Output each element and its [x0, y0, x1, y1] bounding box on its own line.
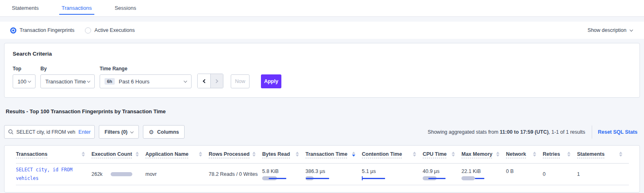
next-time-window-button[interactable]	[210, 74, 223, 88]
sort-icon[interactable]	[252, 152, 256, 157]
search-input[interactable]	[16, 129, 76, 135]
chevron-down-icon	[130, 130, 134, 133]
reset-sql-stats-link[interactable]: Reset SQL Stats	[598, 129, 637, 135]
table-header-row: Transactions Execution Count Application…	[16, 146, 629, 163]
sort-icon[interactable]	[567, 152, 570, 157]
contention-time-bar	[362, 176, 387, 181]
view-mode-radio-group: Transaction Fingerprints Active Executio…	[10, 27, 135, 34]
time-range-field: Time Range 6h Past 6 Hours	[100, 66, 192, 88]
page-tabbar: Statements Transactions Sessions	[0, 0, 644, 17]
column-label: Bytes Read	[262, 151, 290, 157]
sort-icon[interactable]	[496, 152, 499, 157]
search-box[interactable]: Enter	[4, 125, 95, 139]
previous-time-window-button[interactable]	[198, 74, 210, 88]
search-icon	[8, 129, 13, 135]
by-label: By	[40, 66, 95, 72]
top-select[interactable]: 100	[13, 74, 36, 88]
rows-processed-value: 78.2 Reads / 0 Writes	[209, 171, 258, 177]
gear-icon: ⚙	[149, 129, 154, 135]
retries-value: 0	[543, 171, 546, 177]
column-header-contention-time[interactable]: Contention Time	[362, 146, 423, 163]
show-description-toggle[interactable]: Show description	[588, 27, 633, 33]
results-toolbar: Enter Filters (0) ⚙ Columns Showing aggr…	[4, 125, 640, 139]
application-name-value: movr	[145, 171, 157, 177]
sort-icon[interactable]	[619, 152, 622, 157]
bytes-read-bar	[262, 176, 287, 181]
column-label: Application Name	[145, 151, 189, 157]
column-header-retries[interactable]: Retries	[543, 146, 577, 163]
sort-icon[interactable]	[533, 152, 536, 157]
column-label: Transactions	[16, 151, 47, 157]
column-header-max-memory[interactable]: Max Memory	[461, 146, 506, 163]
sort-icon[interactable]	[199, 152, 202, 157]
sort-icon[interactable]	[352, 152, 355, 157]
cpu-time-value: 40.9 µs	[423, 168, 461, 174]
results-table-card: Transactions Execution Count Application…	[4, 145, 640, 193]
max-memory-bar	[461, 176, 487, 181]
column-header-application-name[interactable]: Application Name	[145, 146, 209, 163]
column-label: Contention Time	[362, 151, 402, 157]
view-mode-strip: Transaction Fingerprints Active Executio…	[0, 22, 644, 39]
top-label: Top	[13, 66, 36, 72]
max-memory-value: 22.1 KiB	[461, 168, 506, 174]
sort-icon[interactable]	[82, 152, 85, 157]
sort-icon[interactable]	[452, 152, 455, 157]
chevron-down-icon	[184, 79, 187, 82]
chevron-down-icon	[28, 79, 31, 82]
column-label: Network	[506, 151, 526, 157]
statements-value: 1	[577, 171, 580, 177]
column-header-network[interactable]: Network	[506, 146, 543, 163]
radio-label: Active Executions	[94, 27, 135, 33]
column-header-execution-count[interactable]: Execution Count	[91, 146, 145, 163]
time-range-value: Past 6 Hours	[119, 79, 149, 85]
apply-button[interactable]: Apply	[261, 74, 281, 88]
transactions-table: Transactions Execution Count Application…	[16, 146, 629, 185]
column-label: Max Memory	[461, 151, 492, 157]
by-field: By Transaction Time	[40, 66, 95, 88]
time-window-arrows	[197, 74, 223, 88]
columns-button[interactable]: ⚙ Columns	[143, 125, 185, 139]
search-enter-button[interactable]: Enter	[78, 129, 91, 135]
time-range-badge: 6h	[105, 78, 115, 85]
column-header-rows-processed[interactable]: Rows Processed	[209, 146, 262, 163]
column-header-bytes-read[interactable]: Bytes Read	[262, 146, 305, 163]
radio-transaction-fingerprints[interactable]: Transaction Fingerprints	[10, 27, 74, 34]
filters-label: Filters (0)	[105, 129, 127, 135]
column-header-statements[interactable]: Statements	[577, 146, 629, 163]
columns-label: Columns	[157, 129, 179, 135]
column-label: Rows Processed	[209, 151, 250, 157]
column-header-transaction-time[interactable]: Transaction Time	[305, 146, 362, 163]
chevron-down-icon	[630, 28, 633, 31]
by-select-value: Transaction Time	[45, 79, 86, 85]
execution-count-bar	[111, 172, 136, 177]
tab-transactions[interactable]: Transactions	[59, 5, 94, 15]
show-description-label: Show description	[588, 27, 626, 33]
column-header-cpu-time[interactable]: CPU Time	[423, 146, 461, 163]
filters-button[interactable]: Filters (0)	[99, 125, 139, 139]
now-button[interactable]: Now	[231, 74, 250, 88]
column-label: Transaction Time	[305, 151, 348, 157]
column-label: CPU Time	[423, 151, 447, 157]
sort-icon[interactable]	[136, 152, 139, 157]
search-criteria-title: Search Criteria	[13, 51, 631, 57]
cpu-time-bar	[423, 176, 448, 181]
column-label: Retries	[543, 151, 560, 157]
radio-selected-icon	[10, 27, 16, 34]
radio-unselected-icon	[85, 27, 91, 34]
tab-statements[interactable]: Statements	[9, 5, 41, 15]
sort-icon[interactable]	[413, 152, 416, 157]
network-value: 0 B	[506, 168, 514, 174]
by-select[interactable]: Transaction Time	[40, 74, 95, 88]
bytes-read-value: 5.8 KiB	[262, 168, 305, 174]
tab-sessions[interactable]: Sessions	[112, 5, 139, 15]
vertical-divider	[592, 126, 592, 139]
transaction-fingerprint-link[interactable]: SELECT city, id FROM vehicles	[16, 166, 85, 182]
top-field: Top 100	[13, 66, 36, 88]
stats-range: 11:00 to 17:59 (UTC)	[500, 129, 548, 135]
radio-active-executions[interactable]: Active Executions	[85, 27, 135, 34]
time-range-select[interactable]: 6h Past 6 Hours	[100, 74, 192, 88]
column-header-transactions[interactable]: Transactions	[16, 146, 91, 163]
transaction-time-value: 386.3 µs	[305, 168, 362, 174]
chevron-down-icon	[87, 79, 90, 82]
sort-icon[interactable]	[296, 152, 299, 157]
